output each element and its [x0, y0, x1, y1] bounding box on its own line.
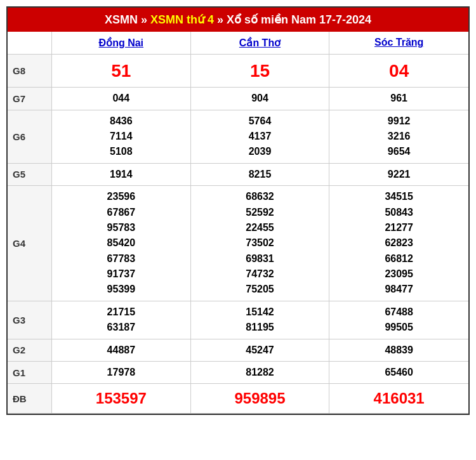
number-value: 73502: [246, 236, 274, 250]
row-cell-đb-col2: 959895: [191, 384, 330, 413]
table-row-g2: G2448874524748839: [8, 339, 468, 362]
number-value: 044: [112, 91, 129, 105]
main-container: XSMN » XSMN thứ 4 » Xổ số miền Nam 17-7-…: [6, 6, 470, 415]
row-cell-g8-col3: 04: [329, 55, 468, 87]
row-cell-g6-col3: 991232169654: [329, 110, 468, 163]
number-value: 95399: [107, 282, 136, 296]
number-value: 17978: [107, 365, 136, 379]
row-cell-g3-col2: 1514281195: [191, 301, 330, 339]
header-xsmn2: XSMN thứ 4: [150, 13, 214, 26]
number-value: 9912: [388, 114, 411, 128]
header-bar: XSMN » XSMN thứ 4 » Xổ số miền Nam 17-7-…: [8, 8, 468, 32]
number-value: 8215: [249, 168, 272, 181]
row-cell-g5-col2: 8215: [191, 164, 330, 185]
number-value: 21277: [385, 221, 413, 235]
row-cell-g4-col2: 68632525922245573502698317473275205: [191, 186, 330, 301]
number-value: 9654: [388, 145, 411, 159]
header-xsmn1: XSMN: [105, 13, 138, 26]
table-row-g5: G5191482159221: [8, 164, 468, 186]
table-row-g6: G6843671145108576441372039991232169654: [8, 110, 468, 164]
number-value: 5764: [249, 114, 272, 128]
row-label-g2: G2: [8, 339, 52, 361]
row-label-g7: G7: [8, 88, 52, 109]
number-value: 15: [250, 58, 270, 83]
number-value: 67783: [107, 252, 136, 266]
number-value: 15142: [246, 305, 274, 319]
number-value: 65460: [385, 365, 413, 379]
number-value: 50843: [385, 206, 413, 220]
row-cell-g3-col3: 6748899505: [329, 301, 468, 339]
row-cell-g7-col1: 044: [52, 88, 191, 109]
row-cell-g2-col2: 45247: [191, 339, 330, 361]
col-header-dong-nai[interactable]: Đồng Nai: [52, 32, 191, 54]
col-header-soc-trang[interactable]: Sóc Trăng: [329, 32, 468, 54]
number-value: 63187: [107, 320, 136, 334]
number-value: 81282: [246, 365, 274, 379]
row-label-đb: ĐB: [8, 384, 52, 413]
row-label-g8: G8: [8, 55, 52, 87]
number-value: 7114: [110, 129, 133, 143]
number-value: 51: [111, 58, 131, 83]
row-cell-g3-col1: 2171563187: [52, 301, 191, 339]
table-row-g8: G8511504: [8, 55, 468, 88]
number-value: 99505: [385, 320, 413, 334]
row-cell-đb-col1: 153597: [52, 384, 191, 413]
row-cell-g6-col1: 843671145108: [52, 110, 191, 163]
row-label-g4: G4: [8, 186, 52, 301]
row-cell-g5-col3: 9221: [329, 164, 468, 185]
col-header-empty: [8, 32, 52, 54]
number-value: 959895: [234, 388, 285, 409]
number-value: 04: [389, 58, 409, 83]
number-value: 48839: [385, 343, 413, 357]
row-label-g3: G3: [8, 301, 52, 339]
number-value: 62823: [385, 236, 413, 250]
row-cell-g7-col3: 961: [329, 88, 468, 109]
number-value: 66812: [385, 252, 413, 266]
number-value: 416031: [374, 388, 425, 409]
number-value: 23596: [107, 190, 136, 204]
header-sep2: »: [214, 13, 227, 26]
number-value: 23095: [385, 267, 413, 281]
col-header-can-tho[interactable]: Cần Thơ: [191, 32, 330, 54]
column-headers: Đồng Nai Cần Thơ Sóc Trăng: [8, 32, 468, 55]
number-value: 45247: [246, 343, 274, 357]
row-cell-g6-col2: 576441372039: [191, 110, 330, 163]
number-value: 2039: [249, 145, 272, 159]
table-row-đb: ĐB153597959895416031: [8, 384, 468, 414]
number-value: 44887: [107, 343, 136, 357]
rows-container: G8511504G7044904961G68436711451085764413…: [8, 55, 468, 414]
number-value: 98477: [385, 282, 413, 296]
table-row-g7: G7044904961: [8, 88, 468, 110]
number-value: 8436: [110, 114, 133, 128]
number-value: 9221: [388, 168, 411, 181]
number-value: 85420: [107, 236, 136, 250]
row-cell-g4-col3: 34515508432127762823668122309598477: [329, 186, 468, 301]
header-title: Xổ số miền Nam 17-7-2024: [227, 13, 371, 26]
number-value: 5108: [110, 145, 133, 159]
row-cell-g2-col1: 44887: [52, 339, 191, 361]
number-value: 153597: [96, 388, 147, 409]
number-value: 91737: [107, 267, 136, 281]
row-label-g6: G6: [8, 110, 52, 163]
row-cell-g1-col2: 81282: [191, 362, 330, 383]
number-value: 75205: [246, 282, 274, 296]
number-value: 4137: [249, 129, 272, 143]
table-row-g3: G3217156318715142811956748899505: [8, 301, 468, 339]
number-value: 74732: [246, 267, 274, 281]
number-value: 52592: [246, 206, 274, 220]
row-cell-đb-col3: 416031: [329, 384, 468, 413]
row-cell-g8-col1: 51: [52, 55, 191, 87]
number-value: 69831: [246, 252, 274, 266]
number-value: 95783: [107, 221, 136, 235]
number-value: 67488: [385, 305, 413, 319]
header-text: XSMN » XSMN thứ 4 » Xổ số miền Nam 17-7-…: [105, 13, 371, 26]
row-cell-g2-col3: 48839: [329, 339, 468, 361]
number-value: 34515: [385, 190, 413, 204]
row-label-g5: G5: [8, 164, 52, 185]
number-value: 22455: [246, 221, 274, 235]
number-value: 21715: [107, 305, 136, 319]
table-row-g4: G423596678679578385420677839173795399686…: [8, 186, 468, 301]
number-value: 67867: [107, 206, 136, 220]
table-row-g1: G1179788128265460: [8, 362, 468, 384]
number-value: 961: [390, 91, 407, 105]
